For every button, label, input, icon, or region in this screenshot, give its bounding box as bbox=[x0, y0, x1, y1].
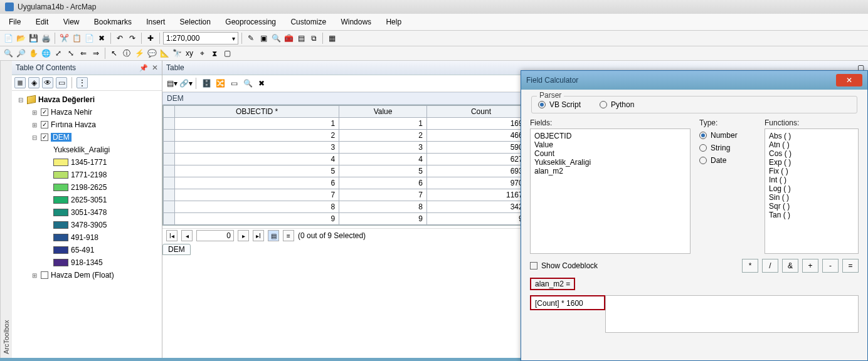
function-item[interactable]: Sqr ( ) bbox=[769, 202, 854, 211]
menu-edit[interactable]: Edit bbox=[29, 16, 55, 28]
table-tab-dem[interactable]: DEM bbox=[162, 244, 191, 255]
column-header[interactable]: Value bbox=[339, 106, 427, 118]
identify-icon[interactable]: ⓘ bbox=[121, 48, 132, 59]
layer-label[interactable]: Havza Nehir bbox=[51, 108, 92, 117]
operator-button[interactable]: = bbox=[842, 259, 859, 273]
zoom-out-icon[interactable]: 🔎 bbox=[15, 48, 26, 59]
fields-listbox[interactable]: OBJECTIDValueCountYukseklik_Araligialan_… bbox=[530, 128, 691, 254]
row-selector[interactable] bbox=[164, 130, 175, 142]
next-extent-icon[interactable]: ⇒ bbox=[90, 48, 102, 59]
cut-icon[interactable]: ✂️ bbox=[58, 33, 70, 44]
scale-combo[interactable]: 1:270,000 ▾ bbox=[163, 32, 238, 44]
field-item[interactable]: OBJECTID bbox=[534, 132, 686, 140]
row-selector[interactable] bbox=[164, 154, 175, 165]
zoom-selected-icon[interactable]: 🔍 bbox=[242, 78, 253, 89]
goto-xy-icon[interactable]: ⌖ bbox=[196, 48, 208, 59]
class-label[interactable]: 1345-1771 bbox=[71, 158, 107, 167]
editor-toolbar-icon[interactable]: ✎ bbox=[245, 33, 257, 44]
column-header[interactable]: Count bbox=[426, 106, 535, 118]
operator-button[interactable]: * bbox=[742, 259, 758, 273]
function-item[interactable]: Log ( ) bbox=[769, 184, 854, 193]
zoom-in-icon[interactable]: 🔍 bbox=[3, 48, 14, 59]
close-icon[interactable]: ✕ bbox=[152, 63, 158, 72]
row-selector[interactable] bbox=[164, 142, 175, 154]
class-label[interactable]: 918-1345 bbox=[71, 258, 103, 267]
add-data-icon[interactable]: ✚ bbox=[145, 33, 156, 44]
misc-icon[interactable]: ▦ bbox=[326, 33, 337, 44]
function-item[interactable]: Exp ( ) bbox=[769, 158, 854, 167]
hyperlink-icon[interactable]: ⚡ bbox=[134, 48, 145, 59]
class-label[interactable]: 65-491 bbox=[71, 246, 94, 254]
show-all-icon[interactable]: ▤ bbox=[268, 230, 279, 241]
show-selected-icon[interactable]: ≡ bbox=[283, 230, 294, 241]
next-record-icon[interactable]: ▸ bbox=[238, 230, 249, 241]
operator-button[interactable]: / bbox=[762, 259, 778, 273]
row-selector[interactable] bbox=[164, 118, 175, 130]
viewer-icon[interactable]: ▢ bbox=[221, 48, 233, 59]
class-label[interactable]: 1771-2198 bbox=[71, 170, 107, 179]
fc-close-button[interactable]: ✕ bbox=[836, 74, 862, 86]
arctoolbox-icon[interactable]: 🧰 bbox=[283, 33, 294, 44]
field-item[interactable]: Value bbox=[534, 140, 686, 149]
function-item[interactable]: Sin ( ) bbox=[769, 193, 854, 202]
function-item[interactable]: Atn ( ) bbox=[769, 140, 854, 149]
first-record-icon[interactable]: І◂ bbox=[166, 230, 177, 241]
python-icon[interactable]: ▤ bbox=[295, 33, 307, 44]
search-icon[interactable]: 🔍 bbox=[270, 33, 282, 44]
function-item[interactable]: Tan ( ) bbox=[769, 211, 854, 219]
delete-selected-icon[interactable]: ✖ bbox=[256, 78, 267, 89]
class-label[interactable]: 2198-2625 bbox=[71, 183, 107, 192]
arctoolbox-tab[interactable]: ArcToolbox bbox=[0, 61, 12, 358]
pin-icon[interactable]: 📌 bbox=[139, 64, 148, 72]
measure-icon[interactable]: 📐 bbox=[159, 48, 170, 59]
last-record-icon[interactable]: ▸І bbox=[253, 230, 264, 241]
type-date[interactable]: Date bbox=[699, 156, 756, 165]
field-item[interactable]: Count bbox=[534, 149, 686, 158]
new-icon[interactable]: 📄 bbox=[3, 33, 14, 44]
full-extent-icon[interactable]: 🌐 bbox=[40, 48, 51, 59]
redo-icon[interactable]: ↷ bbox=[127, 33, 138, 44]
fixed-zoom-out-icon[interactable]: ⤡ bbox=[65, 48, 77, 59]
menu-help[interactable]: Help bbox=[379, 16, 408, 28]
time-slider-icon[interactable]: ⧗ bbox=[209, 48, 220, 59]
pan-icon[interactable]: ✋ bbox=[28, 48, 39, 59]
function-item[interactable]: Cos ( ) bbox=[769, 149, 854, 158]
find-icon[interactable]: 🔭 bbox=[171, 48, 183, 59]
undo-icon[interactable]: ↶ bbox=[114, 33, 125, 44]
parser-python[interactable]: Python bbox=[600, 100, 634, 109]
function-item[interactable]: Int ( ) bbox=[769, 175, 854, 184]
checkbox-icon[interactable] bbox=[41, 271, 48, 279]
fixed-zoom-in-icon[interactable]: ⤢ bbox=[53, 48, 64, 59]
list-by-source-icon[interactable]: ◈ bbox=[28, 77, 40, 88]
paste-icon[interactable]: 📄 bbox=[83, 33, 95, 44]
operator-button[interactable]: + bbox=[802, 259, 818, 273]
save-icon[interactable]: 💾 bbox=[28, 33, 39, 44]
operator-button[interactable]: & bbox=[782, 259, 798, 273]
findxy-icon[interactable]: xy bbox=[184, 48, 195, 59]
menu-file[interactable]: File bbox=[3, 16, 27, 28]
layer-label[interactable]: Fırtına Havza bbox=[51, 120, 96, 129]
print-icon[interactable]: 🖨️ bbox=[40, 33, 51, 44]
row-selector[interactable] bbox=[164, 201, 175, 213]
record-position-input[interactable] bbox=[196, 230, 234, 241]
delete-icon[interactable]: ✖ bbox=[96, 33, 107, 44]
field-item[interactable]: Yukseklik_Araligi bbox=[534, 158, 686, 167]
checkbox-icon[interactable]: ✓ bbox=[41, 133, 48, 141]
menu-insert[interactable]: Insert bbox=[140, 16, 171, 28]
related-tables-icon[interactable]: 🔗▾ bbox=[180, 78, 191, 89]
menu-bookmarks[interactable]: Bookmarks bbox=[88, 16, 138, 28]
modelbuilder-icon[interactable]: ⧉ bbox=[308, 33, 319, 44]
list-by-drawing-order-icon[interactable]: ≣ bbox=[14, 77, 26, 88]
expression-input[interactable]: [Count] * 1600 bbox=[530, 295, 605, 310]
show-codeblock-row[interactable]: Show Codeblock bbox=[530, 261, 598, 270]
list-by-selection-icon[interactable]: ▭ bbox=[56, 77, 67, 88]
layer-label[interactable]: DEM bbox=[51, 133, 71, 142]
menu-selection[interactable]: Selection bbox=[174, 16, 217, 28]
row-selector[interactable] bbox=[164, 177, 175, 189]
expression-area[interactable] bbox=[605, 295, 859, 333]
column-header[interactable]: OBJECTID * bbox=[175, 106, 339, 118]
data-frame-label[interactable]: Havza Değerleri bbox=[38, 95, 95, 104]
select-elements-icon[interactable]: ↖ bbox=[109, 48, 120, 59]
operator-button[interactable]: - bbox=[822, 259, 839, 273]
checkbox-icon[interactable]: ✓ bbox=[41, 121, 48, 128]
